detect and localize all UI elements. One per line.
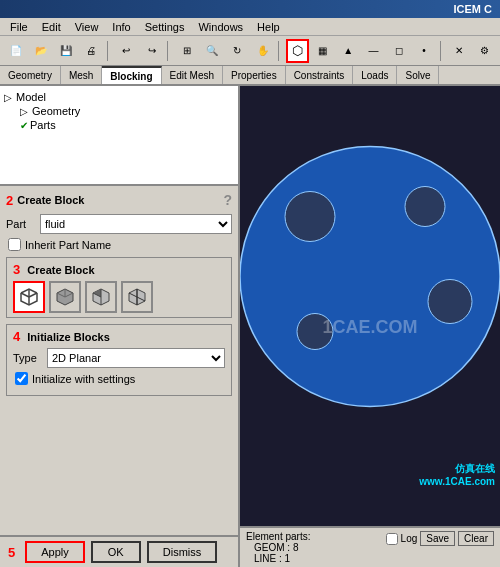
form-section: 2 Create Block ? Part fluid solid defaul…: [0, 186, 238, 535]
inherit-checkbox[interactable]: [8, 238, 21, 251]
tab-edit-mesh[interactable]: Edit Mesh: [162, 66, 223, 84]
menu-windows[interactable]: Windows: [192, 20, 249, 34]
toolbar-face[interactable]: ◻: [387, 39, 410, 63]
menu-edit[interactable]: Edit: [36, 20, 67, 34]
model-expand-icon: ▷: [4, 92, 12, 103]
block-icon-solid[interactable]: [49, 281, 81, 313]
tab-loads[interactable]: Loads: [353, 66, 397, 84]
type-label: Type: [13, 352, 41, 364]
geom-info: GEOM : 8: [246, 542, 310, 553]
tab-bar: Geometry Mesh Blocking Edit Mesh Propert…: [0, 66, 500, 86]
part-row: Part fluid solid default: [6, 214, 232, 234]
init-settings-label: Initialize with settings: [32, 373, 135, 385]
init-settings-row: Initialize with settings: [15, 372, 225, 385]
line-info: LINE : 1: [246, 553, 310, 564]
toolbar-sep3: [278, 41, 282, 61]
element-info: Element parts: GEOM : 8 LINE : 1: [246, 531, 310, 564]
svg-line-2: [29, 293, 37, 297]
log-checkbox[interactable]: [386, 533, 398, 545]
toolbar-vertex[interactable]: •: [412, 39, 435, 63]
part-label: Part: [6, 218, 34, 230]
menu-view[interactable]: View: [69, 20, 105, 34]
create-block-group: 3 Create Block: [6, 257, 232, 318]
tab-properties[interactable]: Properties: [223, 66, 286, 84]
app-title: ICEM C: [454, 3, 493, 15]
block-icon-wireframe[interactable]: [13, 281, 45, 313]
tree-parts-label: Parts: [30, 119, 56, 131]
create-block-header: 2 Create Block ?: [6, 192, 232, 208]
toolbar-redo[interactable]: ↪: [140, 39, 163, 63]
viewport-scene: [240, 86, 500, 567]
tab-blocking[interactable]: Blocking: [102, 66, 161, 84]
bottom-buttons: 5 Apply OK Dismiss: [0, 535, 238, 567]
log-label: Log: [401, 533, 418, 544]
inherit-row: Inherit Part Name: [8, 238, 232, 251]
tree-section: ▷ Model ▷ Geometry ✔ Parts: [0, 86, 238, 186]
ok-button[interactable]: OK: [91, 541, 141, 563]
parts-check-icon: ✔: [20, 120, 28, 131]
toolbar-rotate[interactable]: ↻: [226, 39, 249, 63]
inherit-label: Inherit Part Name: [25, 239, 111, 251]
element-parts-label: Element parts:: [246, 531, 310, 542]
tab-mesh[interactable]: Mesh: [61, 66, 102, 84]
toolbar-sep4: [440, 41, 444, 61]
tree-model-label: Model: [16, 91, 46, 103]
tab-solve[interactable]: Solve: [397, 66, 439, 84]
init-blocks-title: 4 Initialize Blocks: [13, 329, 225, 344]
toolbar-select[interactable]: ▲: [337, 39, 360, 63]
info-bar: Element parts: GEOM : 8 LINE : 1 Log Sav…: [240, 526, 500, 567]
svg-line-1: [21, 293, 29, 297]
toolbar-new[interactable]: 📄: [4, 39, 27, 63]
toolbar-blocking-active[interactable]: ⬡: [286, 39, 309, 63]
type-select[interactable]: 2D Planar 3D Blocking 2D Surface Blockin…: [47, 348, 225, 368]
toolbar-open[interactable]: 📂: [29, 39, 52, 63]
block-icon-partial[interactable]: [85, 281, 117, 313]
left-panel: ▷ Model ▷ Geometry ✔ Parts 2 Create Bloc…: [0, 86, 240, 567]
toolbar-mesh[interactable]: ▦: [311, 39, 334, 63]
geometry-expand-icon: ▷: [20, 106, 28, 117]
label-4: 4: [13, 329, 20, 344]
toolbar-print[interactable]: 🖨: [80, 39, 103, 63]
label-3: 3: [13, 262, 20, 277]
menu-settings[interactable]: Settings: [139, 20, 191, 34]
part-select[interactable]: fluid solid default: [40, 214, 232, 234]
help-icon[interactable]: ?: [223, 192, 232, 208]
toolbar-delete[interactable]: ✕: [447, 39, 470, 63]
menu-help[interactable]: Help: [251, 20, 286, 34]
tree-geometry-label: Geometry: [32, 105, 80, 117]
tab-geometry[interactable]: Geometry: [0, 66, 61, 84]
toolbar-sep1: [107, 41, 111, 61]
viewport[interactable]: 1CAE.COM 仿真在线 www.1CAE.com Element parts…: [240, 86, 500, 567]
svg-point-16: [240, 147, 500, 407]
menu-bar: File Edit View Info Settings Windows Hel…: [0, 18, 500, 36]
tab-constraints[interactable]: Constraints: [286, 66, 354, 84]
toolbar-zoom-fit[interactable]: ⊞: [175, 39, 198, 63]
clear-button[interactable]: Clear: [458, 531, 494, 546]
toolbar-settings2[interactable]: ⚙: [473, 39, 496, 63]
menu-file[interactable]: File: [4, 20, 34, 34]
toolbar-pan[interactable]: ✋: [251, 39, 274, 63]
block-icon-group: [13, 281, 225, 313]
toolbar-zoom-in[interactable]: 🔍: [200, 39, 223, 63]
toolbar-sep2: [167, 41, 171, 61]
toolbar-save[interactable]: 💾: [54, 39, 77, 63]
toolbar: 📄 📂 💾 🖨 ↩ ↪ ⊞ 🔍 ↻ ✋ ⬡ ▦ ▲ — ◻ • ✕ ⚙: [0, 36, 500, 66]
main-layout: ▷ Model ▷ Geometry ✔ Parts 2 Create Bloc…: [0, 86, 500, 567]
block-icon-split[interactable]: [121, 281, 153, 313]
tree-geometry[interactable]: ▷ Geometry: [20, 104, 234, 118]
init-blocks-group: 4 Initialize Blocks Type 2D Planar 3D Bl…: [6, 324, 232, 396]
tree-model[interactable]: ▷ Model: [4, 90, 234, 104]
label-2: 2: [6, 193, 13, 208]
dismiss-button[interactable]: Dismiss: [147, 541, 218, 563]
tree-parts[interactable]: ✔ Parts: [20, 118, 234, 132]
label-5: 5: [8, 545, 15, 560]
info-controls: Log Save Clear: [386, 531, 494, 546]
type-row: Type 2D Planar 3D Blocking 2D Surface Bl…: [13, 348, 225, 368]
apply-button[interactable]: Apply: [25, 541, 85, 563]
init-settings-checkbox[interactable]: [15, 372, 28, 385]
menu-info[interactable]: Info: [106, 20, 136, 34]
toolbar-undo[interactable]: ↩: [115, 39, 138, 63]
save-button-info[interactable]: Save: [420, 531, 455, 546]
create-block-group-title: 3 Create Block: [13, 262, 225, 277]
toolbar-edge[interactable]: —: [362, 39, 385, 63]
